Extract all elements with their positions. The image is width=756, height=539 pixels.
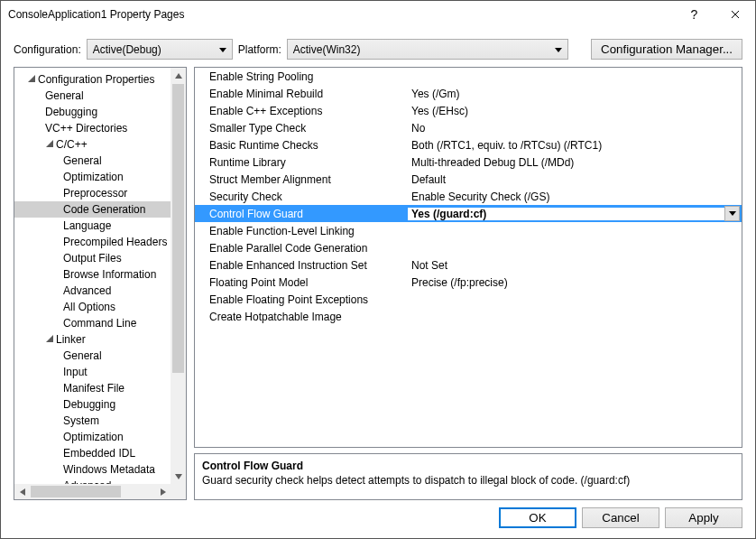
tree-item[interactable]: Linker	[14, 331, 186, 348]
description-pane: Control Flow Guard Guard security check …	[194, 453, 742, 500]
close-button[interactable]	[715, 1, 755, 28]
close-icon	[731, 10, 740, 19]
property-row[interactable]: Enable String Pooling	[195, 68, 742, 85]
scroll-right-button[interactable]	[155, 484, 171, 499]
tree-item[interactable]: Output Files	[14, 250, 186, 266]
tree-item-label: General	[63, 349, 102, 362]
property-row[interactable]: Enable Minimal RebuildYes (/Gm)	[195, 85, 742, 102]
tree-item[interactable]: Optimization	[14, 169, 186, 185]
scroll-up-button[interactable]	[171, 68, 186, 83]
tree-item[interactable]: Input	[14, 364, 186, 380]
description-title: Control Flow Guard	[202, 460, 734, 472]
tree-item[interactable]: Manifest File	[14, 380, 186, 396]
expander-icon[interactable]	[45, 136, 54, 145]
platform-value: Active(Win32)	[293, 43, 361, 56]
property-row[interactable]: Enable C++ ExceptionsYes (/EHsc)	[195, 102, 742, 119]
tree-item-label: Windows Metadata	[63, 463, 155, 476]
tree-item[interactable]: Precompiled Headers	[14, 234, 186, 250]
property-value[interactable]: Enable Security Check (/GS)	[408, 191, 742, 203]
tree-item[interactable]: General	[14, 348, 186, 364]
property-value[interactable]: Not Set	[408, 259, 742, 272]
tree-item[interactable]: Command Line	[14, 315, 186, 331]
tree-item[interactable]: C/C++	[14, 136, 186, 153]
help-icon: ?	[691, 7, 698, 22]
tree-item-label: Debugging	[63, 398, 115, 411]
property-row[interactable]: Basic Runtime ChecksBoth (/RTC1, equiv. …	[195, 136, 742, 153]
platform-combo[interactable]: Active(Win32)	[287, 39, 568, 60]
cancel-button[interactable]: Cancel	[582, 507, 659, 528]
tree-item-label: Debugging	[45, 106, 97, 118]
tree-item[interactable]: General	[14, 153, 186, 169]
tree-item[interactable]: VC++ Directories	[14, 120, 186, 136]
window-title: ConsoleApplication1 Property Pages	[8, 8, 674, 21]
tree-vscrollbar[interactable]	[171, 68, 186, 484]
scroll-thumb[interactable]	[31, 486, 121, 497]
property-value[interactable]: Yes (/Gm)	[408, 88, 742, 100]
property-row[interactable]: Create Hotpatchable Image	[195, 308, 742, 325]
property-name: Enable Floating Point Exceptions	[195, 293, 408, 306]
help-button[interactable]: ?	[674, 1, 715, 28]
property-row[interactable]: Enable Parallel Code Generation	[195, 239, 742, 256]
titlebar: ConsoleApplication1 Property Pages ?	[1, 1, 755, 28]
tree-item[interactable]: Browse Information	[14, 266, 186, 283]
scroll-thumb[interactable]	[172, 84, 184, 373]
property-row[interactable]: Runtime LibraryMulti-threaded Debug DLL …	[195, 153, 742, 171]
property-value[interactable]: Yes (/EHsc)	[408, 105, 742, 117]
property-value[interactable]: Multi-threaded Debug DLL (/MDd)	[408, 156, 742, 169]
ok-button[interactable]: OK	[499, 507, 576, 528]
property-row[interactable]: Enable Function-Level Linking	[195, 222, 742, 239]
property-name: Runtime Library	[195, 156, 408, 169]
property-value[interactable]: Both (/RTC1, equiv. to /RTCsu) (/RTC1)	[408, 139, 742, 152]
tree-item[interactable]: General	[14, 88, 186, 104]
tree-item[interactable]: Preprocessor	[14, 185, 186, 201]
tree-item-label: Linker	[56, 333, 86, 346]
property-name: Control Flow Guard	[195, 208, 408, 220]
tree-item-label: Language	[63, 219, 111, 232]
property-name: Create Hotpatchable Image	[195, 311, 408, 323]
tree-item[interactable]: Advanced	[14, 283, 186, 299]
property-value[interactable]: Yes (/guard:cf)	[408, 208, 724, 220]
dropdown-button[interactable]	[724, 206, 740, 221]
tree-item[interactable]: Embedded IDL	[14, 445, 186, 461]
scroll-left-button[interactable]	[14, 484, 30, 499]
property-row[interactable]: Control Flow GuardYes (/guard:cf)	[195, 205, 742, 222]
property-value[interactable]: Default	[408, 173, 742, 186]
property-name: Struct Member Alignment	[195, 173, 408, 186]
property-name: Security Check	[195, 191, 408, 203]
property-row[interactable]: Floating Point ModelPrecise (/fp:precise…	[195, 274, 742, 291]
tree-item[interactable]: Optimization	[14, 429, 186, 445]
expander-icon[interactable]	[45, 331, 54, 340]
property-value[interactable]: Precise (/fp:precise)	[408, 276, 742, 289]
platform-label: Platform:	[238, 43, 281, 56]
config-combo[interactable]: Active(Debug)	[87, 39, 233, 60]
tree-item[interactable]: Debugging	[14, 396, 186, 413]
property-row[interactable]: Enable Enhanced Instruction SetNot Set	[195, 256, 742, 274]
tree-item[interactable]: Code Generation	[14, 201, 186, 218]
expander-icon[interactable]	[27, 71, 36, 80]
apply-button[interactable]: Apply	[665, 507, 742, 528]
nav-tree: Configuration PropertiesGeneralDebugging…	[14, 67, 187, 500]
tree-item[interactable]: System	[14, 413, 186, 429]
property-name: Enable C++ Exceptions	[195, 105, 408, 117]
property-value[interactable]: No	[408, 122, 742, 135]
scroll-corner	[171, 484, 186, 499]
tree-hscrollbar[interactable]	[14, 484, 171, 499]
tree-item-label: VC++ Directories	[45, 122, 127, 135]
tree-item-label: Command Line	[63, 317, 136, 330]
tree-item-label: Browse Information	[63, 268, 156, 281]
scroll-down-button[interactable]	[171, 469, 186, 484]
tree-item-label: Preprocessor	[63, 187, 127, 200]
property-row[interactable]: Security CheckEnable Security Check (/GS…	[195, 188, 742, 205]
tree-item-label: All Options	[63, 301, 115, 313]
tree-item[interactable]: Windows Metadata	[14, 461, 186, 478]
tree-item[interactable]: Language	[14, 218, 186, 234]
property-row[interactable]: Enable Floating Point Exceptions	[195, 291, 742, 308]
config-manager-button[interactable]: Configuration Manager...	[591, 39, 742, 60]
tree-item[interactable]: Configuration Properties	[14, 71, 186, 88]
property-row[interactable]: Struct Member AlignmentDefault	[195, 171, 742, 188]
tree-item[interactable]: Debugging	[14, 104, 186, 120]
tree-item-label: Optimization	[63, 171, 124, 183]
tree-item-label: C/C++	[56, 138, 88, 151]
tree-item[interactable]: All Options	[14, 299, 186, 315]
property-row[interactable]: Smaller Type CheckNo	[195, 119, 742, 136]
